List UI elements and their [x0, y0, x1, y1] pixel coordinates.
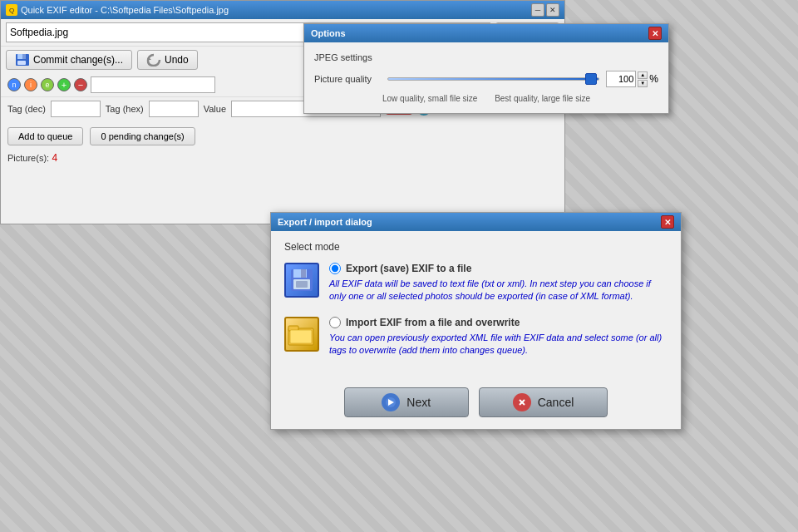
export-radio-label[interactable]: Export (save) EXIF to a file	[346, 263, 471, 274]
quality-spinner: ▲ ▼	[638, 71, 648, 87]
import-option: Import EXIF from a file and overwrite Yo…	[284, 317, 667, 357]
slider-thumb[interactable]	[585, 73, 597, 85]
pictures-label: Picture(s):	[7, 153, 49, 163]
minimize-button[interactable]: ─	[531, 3, 544, 17]
import-radio-label[interactable]: Import EXIF from a file and overwrite	[346, 317, 520, 328]
low-quality-label: Low quality, small file size	[382, 94, 477, 103]
high-quality-label: Best quality, large file size	[495, 94, 590, 103]
export-close-button[interactable]: ✕	[661, 215, 674, 229]
x-circle-icon	[516, 397, 528, 408]
options-title-bar: Options ✕	[304, 24, 668, 42]
next-label: Next	[406, 396, 431, 409]
status-bar: Picture(s): 4	[1, 149, 564, 167]
dot-plus[interactable]: +	[57, 78, 71, 91]
pending-button[interactable]: 0 pending change(s)	[90, 127, 195, 145]
folder-import-icon	[288, 322, 316, 347]
floppy-disk-icon	[289, 268, 314, 293]
options-body: JPEG settings Picture quality ▲ ▼ % Low …	[304, 42, 668, 113]
export-body: Select mode Export (save) EXIF to a file…	[271, 231, 681, 381]
export-title: Export / import dialog	[278, 217, 372, 227]
undo-label: Undo	[165, 54, 189, 66]
percent-label: %	[649, 73, 658, 85]
export-footer: Next Cancel	[271, 381, 681, 429]
cancel-label: Cancel	[538, 396, 574, 409]
export-option: Export (save) EXIF to a file All EXIF da…	[284, 263, 667, 303]
export-description: All EXIF data will be saved to text file…	[329, 278, 667, 303]
mode-label: Select mode	[284, 241, 667, 253]
spin-up-button[interactable]: ▲	[638, 71, 648, 79]
export-icon	[284, 263, 319, 298]
export-text: Export (save) EXIF to a file All EXIF da…	[329, 263, 667, 303]
tag-hex-input[interactable]	[149, 101, 199, 117]
tag-hex-label: Tag (hex)	[106, 104, 144, 114]
svg-rect-7	[17, 61, 26, 65]
value-label: Value	[204, 104, 226, 114]
export-radio[interactable]	[329, 263, 341, 274]
dot-n[interactable]: n	[7, 78, 21, 91]
quality-labels: Low quality, small file size Best qualit…	[314, 94, 658, 103]
import-description: You can open previously exported XML fil…	[329, 332, 667, 357]
quality-row: Picture quality ▲ ▼ %	[314, 71, 658, 87]
export-radio-row: Export (save) EXIF to a file	[329, 263, 667, 274]
undo-button[interactable]: Undo	[137, 50, 198, 70]
next-icon	[382, 393, 400, 411]
svg-rect-13	[296, 281, 308, 288]
import-radio-row: Import EXIF from a file and overwrite	[329, 317, 667, 328]
svg-rect-6	[22, 54, 26, 59]
app-title-bar: Q Quick EXIF editor - C:\Softpedia Files…	[1, 1, 564, 19]
app-title: Quick EXIF editor - C:\Softpedia Files\S…	[21, 5, 528, 15]
options-title: Options	[311, 28, 346, 38]
quality-slider[interactable]	[387, 77, 599, 81]
quality-value-group: ▲ ▼ %	[606, 71, 658, 87]
cancel-button[interactable]: Cancel	[479, 387, 608, 417]
tag-dec-input[interactable]	[51, 101, 101, 117]
add-queue-label: Add to queue	[18, 131, 72, 141]
export-dialog: Export / import dialog ✕ Select mode Exp…	[270, 212, 682, 430]
import-icon	[284, 317, 319, 352]
dot-e[interactable]: e	[41, 78, 54, 91]
commit-label: Commit change(s)...	[33, 54, 123, 66]
import-text: Import EXIF from a file and overwrite Yo…	[329, 317, 667, 357]
commit-button[interactable]: Commit change(s)...	[6, 50, 132, 70]
svg-rect-16	[290, 330, 312, 343]
title-bar-controls: ─ ✕	[531, 3, 559, 17]
svg-rect-11	[301, 269, 306, 278]
bottom-bar: Add to queue 0 pending change(s)	[1, 124, 564, 149]
commit-icon	[15, 53, 30, 66]
tag-dec-label: Tag (dec)	[7, 104, 46, 114]
quality-number-input[interactable]	[606, 71, 636, 87]
spin-down-button[interactable]: ▼	[638, 80, 648, 87]
options-close-button[interactable]: ✕	[648, 27, 662, 40]
pending-label: 0 pending change(s)	[101, 131, 184, 141]
nav-search-input[interactable]	[91, 76, 215, 93]
cancel-icon	[513, 393, 531, 411]
pictures-count: 4	[52, 152, 57, 164]
import-radio[interactable]	[329, 317, 341, 328]
close-button[interactable]: ✕	[546, 3, 559, 17]
quality-label: Picture quality	[314, 74, 381, 84]
undo-icon	[146, 53, 161, 66]
dot-i[interactable]: i	[24, 78, 37, 91]
options-dialog: Options ✕ JPEG settings Picture quality …	[303, 23, 669, 114]
dot-minus[interactable]: −	[74, 78, 87, 91]
jpeg-section-label: JPEG settings	[314, 52, 658, 62]
arrow-right-icon	[385, 397, 397, 408]
export-title-bar: Export / import dialog ✕	[271, 213, 681, 231]
app-icon: Q	[6, 4, 17, 16]
add-queue-button[interactable]: Add to queue	[7, 127, 83, 145]
next-button[interactable]: Next	[344, 387, 469, 417]
